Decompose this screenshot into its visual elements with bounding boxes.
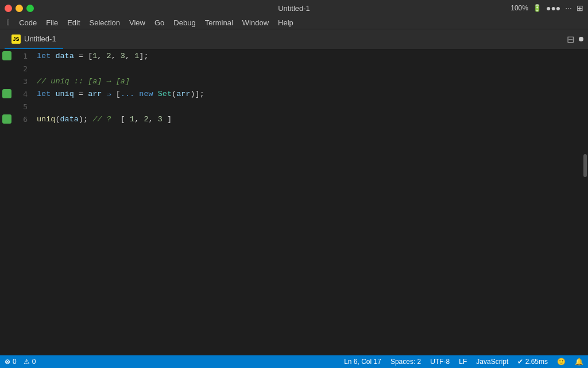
- token: arr: [176, 90, 190, 98]
- menu-code[interactable]: Code: [14, 16, 41, 29]
- token: [: [116, 115, 130, 124]
- token: new: [139, 90, 153, 98]
- tab-untitled-1[interactable]: JS Untitled-1: [5, 29, 63, 49]
- scrollbar-thumb[interactable]: [583, 154, 587, 177]
- code-line-4[interactable]: let uniq = arr ⇒ [... new Set(arr)];: [34, 87, 582, 100]
- code-line-5[interactable]: [34, 100, 582, 113]
- breakpoint-2[interactable]: [2, 64, 11, 73]
- line-number-6: 6: [11, 115, 34, 124]
- more-icon[interactable]: ···: [565, 3, 572, 13]
- menu-help[interactable]: Help: [273, 16, 298, 29]
- error-count[interactable]: ⊗ 0: [5, 358, 17, 366]
- menu-file[interactable]: File: [41, 16, 63, 29]
- split-editor-icon[interactable]: ⊟: [567, 34, 574, 45]
- token: ];: [139, 52, 148, 60]
- token: ,: [148, 115, 157, 124]
- breakpoint-1[interactable]: [2, 51, 11, 60]
- scrollbar[interactable]: [582, 49, 588, 355]
- token: 1: [134, 52, 139, 60]
- menu-go[interactable]: Go: [150, 16, 169, 29]
- menu-debug[interactable]: Debug: [169, 16, 200, 29]
- js-badge: JS: [11, 34, 21, 44]
- token: let: [37, 90, 51, 98]
- code-editor[interactable]: let data = [1, 2, 3, 1]; // uniq :: [a] …: [34, 49, 582, 355]
- gutter-line-3: 3: [0, 75, 34, 87]
- token: 1: [92, 52, 97, 60]
- menu-view[interactable]: View: [125, 16, 150, 29]
- token: [: [111, 90, 121, 98]
- token: uniq: [37, 115, 55, 124]
- warning-count[interactable]: ⚠ 0: [24, 358, 36, 366]
- token: arr: [88, 90, 102, 98]
- statusbar-left: ⊗ 0 ⚠ 0: [5, 358, 36, 366]
- breakpoint-4[interactable]: [2, 89, 11, 98]
- encoding[interactable]: UTF-8: [430, 358, 450, 366]
- timing: ✔ 2.65ms: [517, 358, 548, 366]
- smiley-icon[interactable]: 🙂: [557, 358, 566, 366]
- menu-selection[interactable]: Selection: [85, 16, 125, 29]
- battery-icon: 🔋: [533, 4, 541, 12]
- token: =: [74, 90, 88, 98]
- gutter-line-1: 1: [0, 49, 34, 62]
- menu-edit[interactable]: Edit: [63, 16, 84, 29]
- menu-window[interactable]: Window: [238, 16, 273, 29]
- token: ...: [121, 90, 134, 98]
- code-line-1[interactable]: let data = [1, 2, 3, 1];: [34, 49, 582, 62]
- warning-icon: ⚠: [24, 358, 30, 366]
- tab-actions: ⊟: [567, 34, 583, 45]
- token: // ?: [92, 115, 116, 124]
- grid-icon[interactable]: ⊞: [577, 3, 583, 13]
- maximize-button[interactable]: [26, 5, 34, 12]
- titlebar: Untitled-1 100% 🔋 ●●● ··· ⊞: [0, 0, 588, 16]
- bell-icon[interactable]: 🔔: [575, 358, 583, 366]
- eol[interactable]: LF: [459, 358, 467, 366]
- token: ,: [111, 52, 121, 60]
- battery-status: 100%: [510, 4, 528, 12]
- line-number-5: 5: [11, 102, 34, 111]
- token: [51, 90, 55, 98]
- token: let: [37, 52, 51, 60]
- breakpoint-5[interactable]: [2, 102, 11, 111]
- tab-filename: Untitled-1: [24, 34, 56, 43]
- code-line-3[interactable]: // uniq :: [a] → [a]: [34, 75, 582, 87]
- line-number-3: 3: [11, 77, 34, 86]
- token: ]: [163, 115, 172, 124]
- token: )];: [190, 90, 204, 98]
- token: ⇒: [107, 89, 111, 99]
- editor[interactable]: 123456 let data = [1, 2, 3, 1]; // uniq …: [0, 49, 588, 355]
- wifi-icon: ●●●: [546, 3, 560, 13]
- minimize-button[interactable]: [16, 5, 23, 12]
- token: ,: [125, 52, 134, 60]
- cursor-position[interactable]: Ln 6, Col 17: [344, 358, 381, 366]
- window-title: Untitled-1: [278, 4, 310, 13]
- code-line-2[interactable]: [34, 62, 582, 75]
- indentation[interactable]: Spaces: 2: [390, 358, 421, 366]
- token: data: [60, 115, 79, 124]
- close-button[interactable]: [5, 5, 12, 12]
- token: );: [79, 115, 92, 124]
- apple-menu[interactable]: : [2, 16, 14, 29]
- line-number-2: 2: [11, 64, 34, 73]
- statusbar: ⊗ 0 ⚠ 0 Ln 6, Col 17 Spaces: 2 UTF-8 LF …: [0, 355, 588, 368]
- breakpoint-6[interactable]: [2, 114, 11, 124]
- error-number: 0: [13, 358, 17, 366]
- gutter-line-4: 4: [0, 87, 34, 100]
- token: [51, 52, 55, 60]
- token: uniq: [55, 90, 74, 98]
- token: ,: [134, 115, 144, 124]
- line-gutter: 123456: [0, 49, 34, 355]
- token: 2: [107, 52, 111, 60]
- code-line-6[interactable]: uniq(data); // ? [ 1, 2, 3 ]: [34, 113, 582, 125]
- language[interactable]: JavaScript: [476, 358, 508, 366]
- titlebar-right: 100% 🔋 ●●● ··· ⊞: [510, 3, 583, 13]
- traffic-lights: [5, 5, 34, 12]
- token: 3: [158, 115, 163, 124]
- token: ,: [97, 52, 106, 60]
- token: [134, 90, 139, 98]
- menu-terminal[interactable]: Terminal: [200, 16, 238, 29]
- tabbar: JS Untitled-1 ⊟: [0, 29, 588, 49]
- gutter-line-6: 6: [0, 113, 34, 125]
- gutter-line-5: 5: [0, 100, 34, 113]
- error-icon: ⊗: [5, 358, 10, 366]
- breakpoint-3[interactable]: [2, 76, 11, 86]
